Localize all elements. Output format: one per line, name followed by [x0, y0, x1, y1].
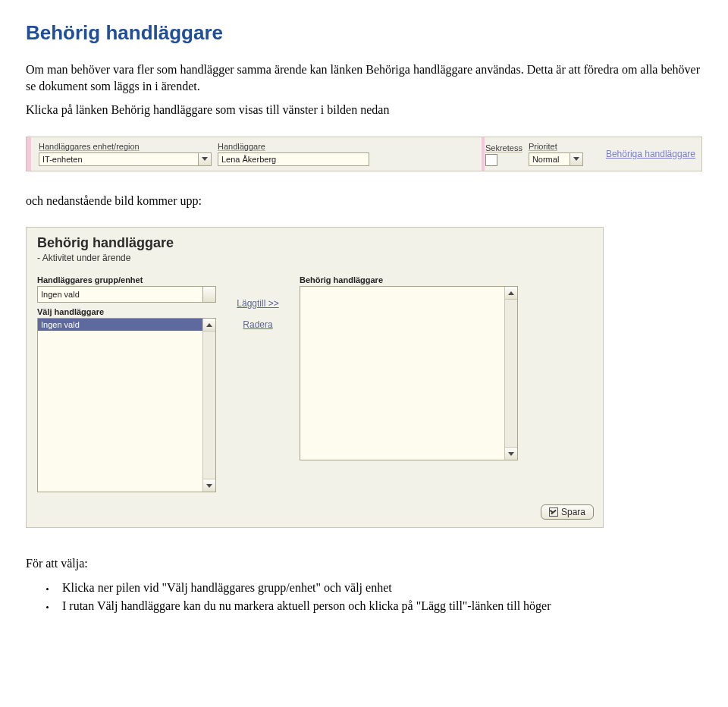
- label-behorig-handlaggare: Behörig handläggare: [300, 275, 518, 284]
- intro-paragraph-1: Om man behöver vara fler som handlägger …: [26, 61, 702, 94]
- select-enhet-value: IT-enheten: [42, 155, 83, 164]
- list-item: I rutan Välj handläggare kan du nu marke…: [56, 598, 702, 614]
- dialog-subtitle: - Aktivitet under ärende: [37, 253, 592, 263]
- checkbox-sekretess[interactable]: [485, 154, 497, 166]
- link-radera[interactable]: Radera: [243, 319, 272, 330]
- list-item: Klicka ner pilen vid "Välj handläggares …: [56, 580, 702, 596]
- label-prioritet: Prioritet: [529, 142, 583, 151]
- label-enhet: Handläggares enhet/region: [39, 142, 212, 151]
- dialog-screenshot: Behörig handläggare - Aktivitet under är…: [26, 227, 604, 528]
- listbox-valj-handlaggare[interactable]: Ingen vald: [37, 318, 216, 492]
- chevron-down-icon[interactable]: [198, 153, 211, 165]
- check-icon: [549, 507, 558, 517]
- scroll-down-icon[interactable]: [505, 447, 517, 460]
- input-handlaggare[interactable]: Lena Åkerberg: [218, 152, 369, 166]
- decor-strip-left: [27, 137, 31, 171]
- dialog-title: Behörig handläggare: [37, 235, 592, 251]
- input-handlaggare-value: Lena Åkerberg: [221, 155, 276, 164]
- spara-button-label: Spara: [561, 507, 585, 517]
- chevron-down-icon[interactable]: [570, 153, 582, 165]
- for-att-valja-label: För att välja:: [26, 555, 702, 572]
- page-title: Behörig handläggare: [26, 21, 702, 45]
- spara-button[interactable]: Spara: [541, 504, 594, 520]
- label-valj-handlaggare: Välj handläggare: [37, 307, 216, 316]
- instructions-list: Klicka ner pilen vid "Välj handläggares …: [26, 580, 702, 614]
- select-prioritet[interactable]: Normal: [529, 152, 583, 166]
- scroll-up-icon[interactable]: [203, 319, 215, 332]
- label-handlaggare: Handläggare: [218, 142, 369, 151]
- link-laggtill[interactable]: Läggtill >>: [237, 298, 278, 309]
- list-item-selected[interactable]: Ingen vald: [38, 319, 203, 331]
- intro-paragraph-3: och nedanstående bild kommer upp:: [26, 193, 702, 209]
- scrollbar[interactable]: [504, 287, 517, 460]
- decor-strip-mid: [482, 137, 485, 171]
- link-behoriga-handlaggare[interactable]: Behöriga handläggare: [606, 149, 695, 159]
- listbox-behorig-handlaggare[interactable]: [300, 286, 518, 460]
- select-grupp-enhet[interactable]: Ingen vald: [37, 286, 216, 303]
- scrollbar[interactable]: [202, 319, 215, 492]
- select-prioritet-value: Normal: [532, 155, 559, 164]
- chevron-down-icon[interactable]: [202, 287, 215, 302]
- form-row-screenshot: Handläggares enhet/region IT-enheten Han…: [26, 137, 702, 171]
- scroll-down-icon[interactable]: [203, 479, 215, 492]
- label-grupp-enhet: Handläggares grupp/enhet: [37, 275, 216, 284]
- label-sekretess: Sekretess: [485, 143, 522, 152]
- select-grupp-enhet-value: Ingen vald: [41, 290, 80, 299]
- scroll-up-icon[interactable]: [505, 287, 517, 300]
- select-enhet[interactable]: IT-enheten: [39, 152, 212, 166]
- intro-paragraph-2: Klicka på länken Behörig handläggare som…: [26, 102, 702, 118]
